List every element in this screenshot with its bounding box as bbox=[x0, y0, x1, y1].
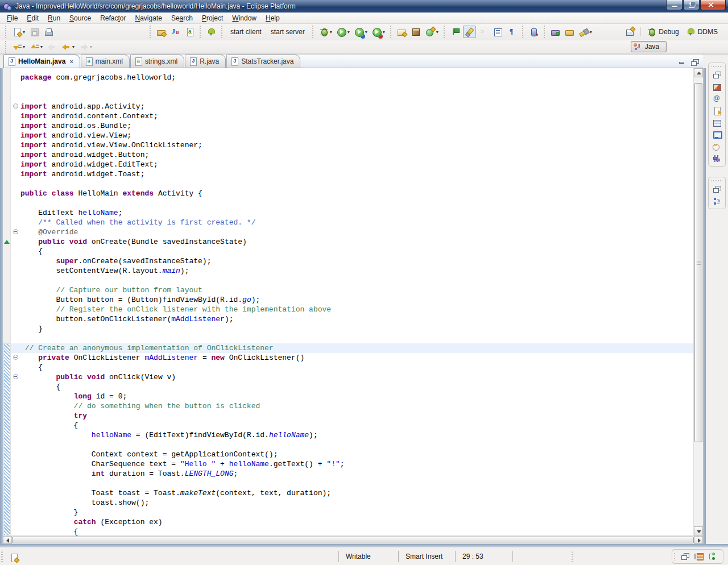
dropdown-arrow-icon[interactable]: ▾ bbox=[590, 30, 592, 35]
dropdown-arrow-icon[interactable]: ▾ bbox=[348, 30, 350, 35]
horizontal-scrollbar-thumb[interactable] bbox=[12, 537, 694, 543]
dropdown-arrow-icon[interactable]: ▾ bbox=[330, 30, 332, 35]
code-line[interactable] bbox=[20, 334, 693, 343]
forward-button[interactable]: ▾ bbox=[77, 41, 94, 53]
fast-view-toggle-button[interactable] bbox=[7, 551, 20, 564]
code-line[interactable]: import android.widget.Button; bbox=[20, 150, 693, 160]
devices-view-button[interactable] bbox=[705, 550, 719, 563]
dropdown-arrow-icon[interactable]: ▾ bbox=[72, 44, 75, 49]
open-perspective-button[interactable] bbox=[623, 26, 636, 38]
start-server-button[interactable]: start server bbox=[267, 26, 309, 38]
dropdown-arrow-icon[interactable]: ▾ bbox=[365, 30, 367, 35]
restore-button[interactable] bbox=[683, 0, 700, 10]
mark-occurrences-button[interactable] bbox=[463, 26, 476, 38]
code-line[interactable]: button.setOnClickListener(mAddListener); bbox=[20, 314, 693, 324]
code-line[interactable]: import android.view.View; bbox=[20, 131, 693, 140]
new-android-xml-button[interactable] bbox=[183, 26, 196, 38]
tab-HelloMain.java[interactable]: HelloMain.java× bbox=[3, 55, 80, 68]
android-sdk-manager-button[interactable] bbox=[205, 26, 218, 38]
fold-collapse-icon[interactable] bbox=[13, 229, 18, 234]
menu-item-run[interactable]: Run bbox=[43, 13, 65, 23]
minimize-editor-button[interactable] bbox=[677, 56, 687, 69]
tab-StatsTracker.java[interactable]: StatsTracker.java bbox=[226, 55, 300, 68]
code-line[interactable]: { bbox=[20, 527, 693, 535]
dropdown-arrow-icon[interactable]: ▾ bbox=[436, 30, 439, 35]
code-line[interactable]: Toast toast = Toast.makeText(context, te… bbox=[20, 488, 693, 498]
fold-collapse-icon[interactable] bbox=[13, 103, 18, 109]
properties-view-button[interactable] bbox=[709, 117, 725, 128]
menu-item-source[interactable]: Source bbox=[65, 13, 96, 23]
code-line[interactable]: setContentView(R.layout.main); bbox=[20, 266, 693, 276]
outline-view-button[interactable] bbox=[709, 195, 725, 207]
new-java-project-button[interactable] bbox=[395, 26, 408, 38]
new-android-project-button[interactable] bbox=[155, 26, 168, 38]
code-line[interactable]: long id = 0; bbox=[20, 392, 693, 401]
code-line[interactable]: import android.content.Context; bbox=[20, 111, 693, 121]
code-line[interactable]: private OnClickListener mAddListener = n… bbox=[20, 353, 693, 363]
maximize-editor-button[interactable] bbox=[688, 56, 701, 69]
filters-view-button[interactable] bbox=[709, 152, 725, 164]
print-button[interactable] bbox=[42, 26, 55, 38]
menu-item-edit[interactable]: Edit bbox=[22, 13, 43, 23]
console-view-button[interactable] bbox=[709, 128, 725, 140]
fold-collapse-icon[interactable] bbox=[13, 355, 18, 360]
code-line[interactable]: // Register the onClick listener with th… bbox=[20, 305, 693, 314]
code-line[interactable]: public class HelloMain extends Activity … bbox=[20, 189, 693, 198]
menu-item-search[interactable]: Search bbox=[167, 13, 197, 23]
code-line[interactable]: // Create an anonymous implementation of… bbox=[20, 343, 693, 353]
last-edit-location-nav-button[interactable] bbox=[46, 41, 59, 53]
new-package-button[interactable] bbox=[410, 26, 423, 38]
menu-item-navigate[interactable]: Navigate bbox=[131, 13, 167, 23]
open-file-button[interactable] bbox=[563, 26, 576, 38]
code-line[interactable]: { bbox=[20, 247, 693, 256]
run-button[interactable]: ▾ bbox=[335, 26, 351, 38]
code-line[interactable] bbox=[20, 479, 693, 488]
dropdown-arrow-icon[interactable]: ▾ bbox=[383, 30, 385, 35]
close-tab-icon[interactable]: × bbox=[69, 58, 73, 65]
save-button[interactable] bbox=[28, 26, 41, 38]
show-whitespace-button[interactable] bbox=[506, 26, 519, 38]
dropdown-arrow-icon[interactable]: ▾ bbox=[90, 44, 92, 49]
code-line[interactable]: { bbox=[20, 363, 693, 372]
run-history-button[interactable]: ▾ bbox=[353, 26, 369, 38]
next-match-button[interactable] bbox=[477, 26, 490, 38]
new-junit-test-button[interactable] bbox=[169, 26, 182, 38]
restore-outline-button[interactable] bbox=[709, 183, 725, 195]
new-wizard-button[interactable]: ▾ bbox=[10, 26, 27, 38]
image-view-button[interactable] bbox=[709, 81, 725, 93]
dropdown-arrow-icon[interactable]: ▾ bbox=[23, 30, 25, 35]
code-line[interactable]: @Override bbox=[20, 227, 693, 237]
horizontal-scrollbar[interactable] bbox=[3, 535, 703, 544]
tasks-view-button[interactable] bbox=[692, 550, 705, 563]
code-line[interactable]: Context context = getApplicationContext(… bbox=[20, 450, 693, 459]
restore-bottom-views-button[interactable] bbox=[678, 550, 692, 563]
code-line[interactable] bbox=[20, 198, 693, 208]
vertical-scrollbar-thumb[interactable] bbox=[694, 83, 702, 442]
debug-perspective-button[interactable]: Debug bbox=[645, 26, 682, 38]
code-line[interactable]: helloName = (EditText)findViewById(R.id.… bbox=[20, 430, 693, 440]
code-line[interactable]: CharSequence text = "Hello " + helloName… bbox=[20, 459, 693, 469]
editor-area[interactable]: package com.gregrjacobs.helloworld; impo… bbox=[3, 68, 703, 535]
minimize-button[interactable] bbox=[666, 0, 682, 10]
history-view-button[interactable] bbox=[709, 140, 725, 152]
next-annotation-button[interactable]: ▾ bbox=[10, 41, 27, 53]
code-line[interactable]: import android.widget.EditText; bbox=[20, 160, 693, 169]
code-line[interactable]: int duration = Toast.LENGTH_LONG; bbox=[20, 469, 693, 479]
code-line[interactable]: toast.show(); bbox=[20, 498, 693, 508]
code-line[interactable]: try bbox=[20, 411, 693, 421]
code-line[interactable]: public void onClick(View v) bbox=[20, 372, 693, 382]
show-source-button[interactable] bbox=[491, 26, 504, 38]
menu-item-help[interactable]: Help bbox=[261, 13, 284, 23]
code-line[interactable]: super.onCreate(savedInstanceState); bbox=[20, 256, 693, 266]
declaration-view-button[interactable] bbox=[709, 105, 725, 117]
back-button[interactable]: ▾ bbox=[60, 41, 76, 53]
restore-views-top-button[interactable] bbox=[709, 69, 725, 81]
code-line[interactable]: } bbox=[20, 324, 693, 334]
menu-item-refactor[interactable]: Refactor bbox=[96, 13, 130, 23]
tab-main.xml[interactable]: main.xml bbox=[81, 55, 130, 68]
tab-strings.xml[interactable]: strings.xml bbox=[130, 55, 184, 68]
code-line[interactable]: Button button = (Button)findViewById(R.i… bbox=[20, 295, 693, 305]
code-line[interactable] bbox=[20, 82, 693, 92]
code-line[interactable]: // do something when the button is click… bbox=[20, 401, 693, 411]
menu-item-project[interactable]: Project bbox=[197, 13, 228, 23]
